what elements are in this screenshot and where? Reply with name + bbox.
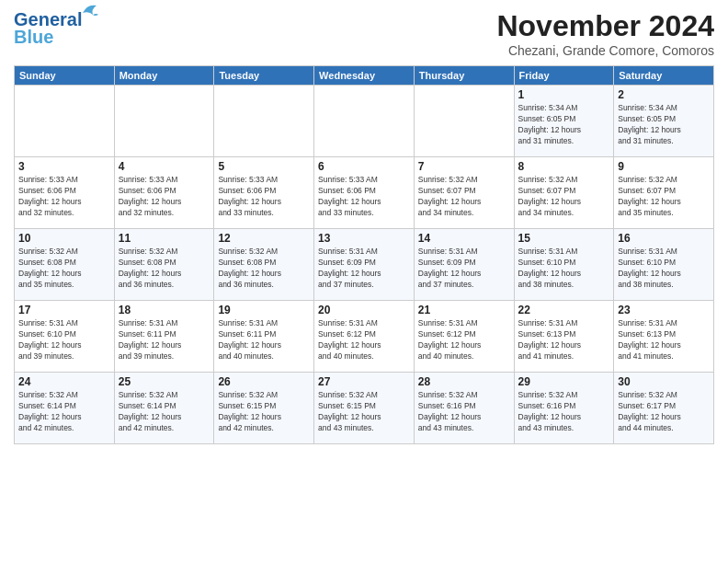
calendar-cell (314, 86, 415, 157)
day-info: Sunrise: 5:32 AM Sunset: 6:17 PM Dayligh… (618, 390, 710, 434)
calendar-cell: 30Sunrise: 5:32 AM Sunset: 6:17 PM Dayli… (614, 373, 714, 444)
month-title: November 2024 (496, 9, 714, 43)
day-number: 3 (18, 160, 110, 173)
calendar-cell: 28Sunrise: 5:32 AM Sunset: 6:16 PM Dayli… (414, 373, 514, 444)
calendar-cell: 25Sunrise: 5:32 AM Sunset: 6:14 PM Dayli… (114, 373, 214, 444)
day-info: Sunrise: 5:33 AM Sunset: 6:06 PM Dayligh… (119, 175, 210, 219)
day-number: 6 (318, 160, 410, 173)
day-info: Sunrise: 5:31 AM Sunset: 6:09 PM Dayligh… (418, 247, 510, 291)
header: General Blue November 2024 Chezani, Gran… (14, 9, 714, 58)
day-number: 5 (218, 160, 310, 173)
day-number: 27 (318, 375, 410, 388)
calendar-cell: 9Sunrise: 5:32 AM Sunset: 6:07 PM Daylig… (614, 157, 714, 229)
calendar-cell (214, 86, 314, 157)
day-number: 9 (618, 160, 710, 173)
day-info: Sunrise: 5:33 AM Sunset: 6:06 PM Dayligh… (318, 175, 410, 219)
calendar-cell: 7Sunrise: 5:32 AM Sunset: 6:07 PM Daylig… (414, 157, 514, 229)
day-number: 28 (418, 375, 510, 388)
day-info: Sunrise: 5:32 AM Sunset: 6:14 PM Dayligh… (18, 390, 110, 434)
calendar-cell: 12Sunrise: 5:32 AM Sunset: 6:08 PM Dayli… (214, 229, 314, 301)
day-number: 26 (218, 375, 310, 388)
calendar-cell: 24Sunrise: 5:32 AM Sunset: 6:14 PM Dayli… (15, 373, 115, 444)
day-number: 1 (518, 88, 610, 101)
day-info: Sunrise: 5:31 AM Sunset: 6:11 PM Dayligh… (119, 318, 210, 362)
day-info: Sunrise: 5:31 AM Sunset: 6:11 PM Dayligh… (218, 318, 310, 362)
day-number: 23 (618, 304, 710, 316)
day-number: 2 (618, 88, 710, 101)
day-number: 21 (418, 304, 510, 316)
calendar-cell: 11Sunrise: 5:32 AM Sunset: 6:08 PM Dayli… (114, 229, 214, 301)
day-number: 19 (218, 304, 310, 316)
col-header-sunday: Sunday (15, 66, 115, 86)
day-info: Sunrise: 5:31 AM Sunset: 6:13 PM Dayligh… (618, 318, 710, 362)
day-info: Sunrise: 5:32 AM Sunset: 6:16 PM Dayligh… (518, 390, 610, 434)
day-info: Sunrise: 5:32 AM Sunset: 6:08 PM Dayligh… (119, 247, 210, 291)
day-number: 15 (518, 232, 610, 245)
calendar-cell: 15Sunrise: 5:31 AM Sunset: 6:10 PM Dayli… (514, 229, 614, 301)
day-number: 22 (518, 304, 610, 316)
calendar-cell: 17Sunrise: 5:31 AM Sunset: 6:10 PM Dayli… (15, 301, 115, 373)
day-info: Sunrise: 5:34 AM Sunset: 6:05 PM Dayligh… (618, 103, 710, 147)
day-info: Sunrise: 5:31 AM Sunset: 6:12 PM Dayligh… (318, 318, 410, 362)
calendar-cell: 3Sunrise: 5:33 AM Sunset: 6:06 PM Daylig… (15, 157, 115, 229)
day-number: 17 (18, 304, 110, 316)
day-number: 14 (418, 232, 510, 245)
calendar-cell (414, 86, 514, 157)
calendar-cell: 14Sunrise: 5:31 AM Sunset: 6:09 PM Dayli… (414, 229, 514, 301)
location-subtitle: Chezani, Grande Comore, Comoros (496, 43, 714, 58)
day-number: 7 (418, 160, 510, 173)
col-header-thursday: Thursday (414, 66, 514, 86)
day-number: 13 (318, 232, 410, 245)
col-header-friday: Friday (514, 66, 614, 86)
day-number: 12 (218, 232, 310, 245)
day-info: Sunrise: 5:32 AM Sunset: 6:07 PM Dayligh… (618, 175, 710, 219)
day-number: 30 (618, 375, 710, 388)
day-info: Sunrise: 5:32 AM Sunset: 6:08 PM Dayligh… (218, 247, 310, 291)
day-number: 16 (618, 232, 710, 245)
calendar-cell: 19Sunrise: 5:31 AM Sunset: 6:11 PM Dayli… (214, 301, 314, 373)
logo-bird-icon (78, 2, 98, 18)
calendar-cell: 10Sunrise: 5:32 AM Sunset: 6:08 PM Dayli… (15, 229, 115, 301)
day-info: Sunrise: 5:31 AM Sunset: 6:10 PM Dayligh… (18, 318, 110, 362)
calendar-cell: 8Sunrise: 5:32 AM Sunset: 6:07 PM Daylig… (514, 157, 614, 229)
calendar-cell (114, 86, 214, 157)
calendar-cell: 2Sunrise: 5:34 AM Sunset: 6:05 PM Daylig… (614, 86, 714, 157)
day-info: Sunrise: 5:32 AM Sunset: 6:15 PM Dayligh… (318, 390, 410, 434)
day-info: Sunrise: 5:31 AM Sunset: 6:10 PM Dayligh… (518, 247, 610, 291)
day-number: 4 (119, 160, 210, 173)
day-info: Sunrise: 5:31 AM Sunset: 6:10 PM Dayligh… (618, 247, 710, 291)
calendar-cell: 21Sunrise: 5:31 AM Sunset: 6:12 PM Dayli… (414, 301, 514, 373)
day-info: Sunrise: 5:32 AM Sunset: 6:16 PM Dayligh… (418, 390, 510, 434)
day-info: Sunrise: 5:32 AM Sunset: 6:15 PM Dayligh… (218, 390, 310, 434)
day-number: 8 (518, 160, 610, 173)
day-info: Sunrise: 5:32 AM Sunset: 6:08 PM Dayligh… (18, 247, 110, 291)
calendar-container: General Blue November 2024 Chezani, Gran… (0, 0, 728, 563)
day-info: Sunrise: 5:32 AM Sunset: 6:14 PM Dayligh… (119, 390, 210, 434)
day-number: 24 (18, 375, 110, 388)
calendar-cell: 22Sunrise: 5:31 AM Sunset: 6:13 PM Dayli… (514, 301, 614, 373)
day-info: Sunrise: 5:32 AM Sunset: 6:07 PM Dayligh… (418, 175, 510, 219)
calendar-cell: 1Sunrise: 5:34 AM Sunset: 6:05 PM Daylig… (514, 86, 614, 157)
calendar-cell (15, 86, 115, 157)
day-number: 20 (318, 304, 410, 316)
calendar-cell: 18Sunrise: 5:31 AM Sunset: 6:11 PM Dayli… (114, 301, 214, 373)
day-number: 10 (18, 232, 110, 245)
day-info: Sunrise: 5:33 AM Sunset: 6:06 PM Dayligh… (18, 175, 110, 219)
logo-general: General (14, 9, 82, 29)
col-header-tuesday: Tuesday (214, 66, 314, 86)
logo: General Blue (14, 9, 82, 48)
day-info: Sunrise: 5:32 AM Sunset: 6:07 PM Dayligh… (518, 175, 610, 219)
calendar-cell: 13Sunrise: 5:31 AM Sunset: 6:09 PM Dayli… (314, 229, 415, 301)
calendar-cell: 16Sunrise: 5:31 AM Sunset: 6:10 PM Dayli… (614, 229, 714, 301)
day-number: 29 (518, 375, 610, 388)
calendar-cell: 23Sunrise: 5:31 AM Sunset: 6:13 PM Dayli… (614, 301, 714, 373)
col-header-monday: Monday (114, 66, 214, 86)
day-info: Sunrise: 5:31 AM Sunset: 6:09 PM Dayligh… (318, 247, 410, 291)
calendar-cell: 26Sunrise: 5:32 AM Sunset: 6:15 PM Dayli… (214, 373, 314, 444)
day-info: Sunrise: 5:34 AM Sunset: 6:05 PM Dayligh… (518, 103, 610, 147)
day-info: Sunrise: 5:31 AM Sunset: 6:12 PM Dayligh… (418, 318, 510, 362)
day-number: 25 (119, 375, 210, 388)
day-info: Sunrise: 5:31 AM Sunset: 6:13 PM Dayligh… (518, 318, 610, 362)
calendar-cell: 29Sunrise: 5:32 AM Sunset: 6:16 PM Dayli… (514, 373, 614, 444)
calendar-cell: 5Sunrise: 5:33 AM Sunset: 6:06 PM Daylig… (214, 157, 314, 229)
